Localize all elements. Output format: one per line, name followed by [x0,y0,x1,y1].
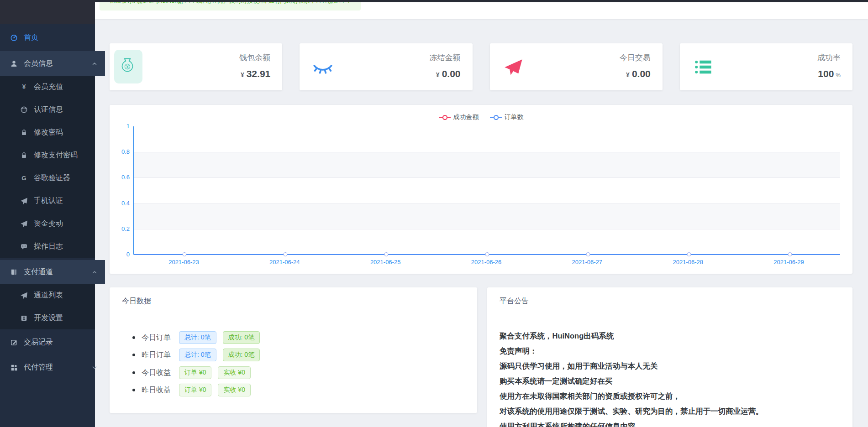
row-label: 昨日订单 [142,350,179,360]
eye-closed-icon [311,57,334,77]
stat-value: 100% [817,68,841,79]
orders-chart-panel: 成功金额 订单数 10.80.60.40.202021-06-232021-06… [110,105,852,274]
row-label: 今日订单 [142,333,179,343]
legend-label: 成功金额 [453,113,479,121]
id-face-icon [20,106,28,114]
book-icon [10,268,18,276]
stat-value: ¥32.91 [239,68,270,79]
sidebar-item-label: 资金变动 [34,219,63,229]
panel-header: 今日数据 [110,287,477,315]
legend-item-order-count[interactable]: 订单数 [490,113,524,121]
stat-card-frozen-amount: 冻结金额 ¥0.00 [300,43,472,90]
today-data-panel: 今日数据 今日订单 总计: 0笔 成功: 0笔 昨日订单 总计: 0笔 成功: … [110,287,477,413]
sidebar-item-label: 交易记录 [24,338,53,347]
notice-body: 聚合支付系统，HuiNong出码系统 免责声明： 源码只供学习使用，如用于商业活… [487,315,852,427]
stat-cards-row: 钱包余额 ¥32.91 冻结金额 ¥0.00 今日交易 ¥0.00 成功率 10… [110,43,852,90]
bullet-icon [132,371,135,374]
notice-line: 购买本系统请一定测试确定好在买 [500,377,840,385]
sidebar-item-change-password[interactable]: 修改密码 [0,121,115,144]
sidebar-item-label: 修改支付密码 [34,151,78,160]
sidebar-item-label: 首页 [24,33,38,42]
money-bag-icon [114,50,142,83]
sidebar-item-label: 谷歌验证器 [34,173,70,183]
stat-card-today-transactions: 今日交易 ¥0.00 [490,43,663,90]
today-orders-row: 今日订单 总计: 0笔 成功: 0笔 [132,331,266,344]
sidebar-section-payment-channels[interactable]: 支付通道 [0,260,105,284]
edit-icon [10,338,18,346]
lock-icon [20,151,28,159]
user-icon [10,60,18,68]
chat-icon [20,243,28,250]
bullet-icon [132,354,135,356]
card-icon [20,314,28,322]
row-label: 今日收益 [142,368,179,378]
line-marker-icon [490,115,502,120]
legend-label: 订单数 [505,113,524,121]
stat-card-wallet-balance: 钱包余额 ¥32.91 [110,43,282,90]
send-icon [20,292,28,299]
chart-legend: 成功金额 订单数 [439,113,524,121]
badge-received-amount: 实收 ¥0 [218,384,250,396]
sidebar-section-payout-management[interactable]: 代付管理 [0,356,105,379]
notice-line: 免责声明： [500,347,840,355]
sidebar-item-member-recharge[interactable]: 会员充值 [0,75,115,98]
badge-total: 总计: 0笔 [179,331,216,344]
sidebar-item-label: 修改密码 [34,128,63,137]
sidebar-item-dev-settings[interactable]: 开发设置 [0,307,115,329]
stat-label: 钱包余额 [239,52,270,63]
badge-success: 成功: 0笔 [223,331,260,344]
chevron-up-icon [91,269,98,275]
sidebar-item-phone-auth[interactable]: 手机认证 [0,189,115,212]
send-icon [20,220,28,228]
notice-line: 使用方在未取得国家相关部门的资质或授权许可之前， [500,392,840,400]
stat-value: ¥0.00 [430,68,461,79]
dashboard-icon [10,34,18,42]
sidebar-section-label: 支付通道 [24,267,53,277]
legend-item-success-amount[interactable]: 成功金额 [439,113,479,121]
sidebar-item-auth-info[interactable]: 认证信息 [0,98,115,121]
panel-header: 平台公告 [487,287,852,315]
yen-icon [20,83,28,91]
sidebar-section-member-info[interactable]: 会员信息 [0,51,105,76]
top-navbar [0,0,868,2]
stat-label: 成功率 [817,52,841,63]
yesterday-earnings-row: 昨日收益 订单 ¥0 实收 ¥0 [132,384,257,396]
sidebar-item-transaction-records[interactable]: 交易记录 [0,331,105,354]
sidebar-item-google-authenticator[interactable]: 谷歌验证器 [0,167,115,189]
sidebar-item-fund-changes[interactable]: 资金变动 [0,212,115,235]
sidebar: 首页 会员信息 会员充值 认证信息 修改密码 修改支付密码 谷歌验证器 手机认证… [0,0,95,427]
sidebar-item-label: 手机认证 [34,196,63,206]
sidebar-item-label: 认证信息 [34,105,63,115]
panel-title: 平台公告 [500,297,529,306]
sidebar-item-home[interactable]: 首页 [0,27,105,47]
sidebar-section-label: 会员信息 [24,59,53,68]
stat-label: 今日交易 [620,52,651,63]
sidebar-item-channel-list[interactable]: 通道列表 [0,284,115,307]
line-marker-icon [439,115,451,120]
chevron-down-icon [91,364,98,370]
notice-line: 源码只供学习使用，如用于商业活动与本人无关 [500,362,840,370]
badge-total: 总计: 0笔 [179,349,216,361]
stat-card-success-rate: 成功率 100% [680,43,852,90]
sidebar-section-label: 代付管理 [24,363,53,372]
yesterday-orders-row: 昨日订单 总计: 0笔 成功: 0笔 [132,349,266,361]
notice-line: 聚合支付系统，HuiNong出码系统 [500,332,840,340]
lock-icon [20,129,28,136]
sidebar-item-operation-log[interactable]: 操作日志 [0,235,115,258]
badge-success: 成功: 0笔 [223,349,260,361]
sidebar-item-change-pay-password[interactable]: 修改支付密码 [0,144,115,167]
send-icon [20,197,28,205]
sidebar-item-label: 会员充值 [34,82,63,92]
chevron-up-icon [91,60,98,67]
platform-notice-panel: 平台公告 聚合支付系统，HuiNong出码系统 免责声明： 源码只供学习使用，如… [487,287,852,427]
badge-received-amount: 实收 ¥0 [218,366,250,379]
grid-icon [10,364,18,371]
badge-order-amount: 订单 ¥0 [179,366,211,379]
stat-label: 冻结金额 [430,52,461,63]
paper-plane-icon [502,57,525,77]
google-icon [20,174,28,182]
logo-area [0,0,95,24]
sidebar-item-label: 操作日志 [34,242,63,251]
row-label: 昨日收益 [142,385,179,395]
badge-order-amount: 订单 ¥0 [179,384,211,396]
